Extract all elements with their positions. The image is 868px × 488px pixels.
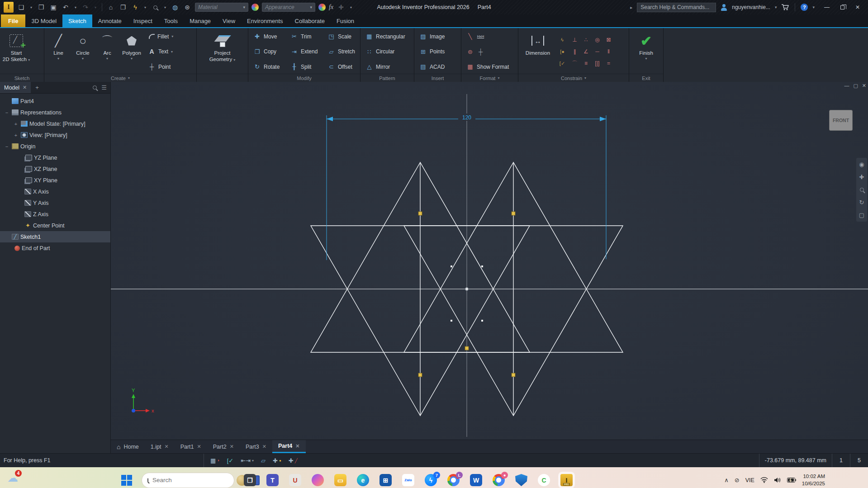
tangent-constraint-button[interactable]: ∠ <box>580 46 592 57</box>
document-tab[interactable]: ⌂ Home <box>111 440 145 453</box>
browser-menu-icon[interactable]: ☰ <box>101 84 107 91</box>
navigation-wheel-icon[interactable]: ◉ <box>859 161 864 168</box>
close-icon[interactable]: ✕ <box>262 444 266 450</box>
dimension-value[interactable]: 120 <box>462 114 471 121</box>
stretch-button[interactable]: ▱ Stretch <box>325 46 357 57</box>
weather-widget[interactable]: ☁ 4 <box>7 472 18 484</box>
panel-label-create[interactable]: Create▾ <box>44 74 196 82</box>
point-button[interactable]: ┼ Point <box>146 61 191 72</box>
tree-item[interactable]: XZ Plane <box>0 163 110 175</box>
coincident-constraint-button[interactable]: ∴ <box>580 34 592 46</box>
tree-item[interactable]: + View: [Primary] <box>0 129 110 141</box>
mirror-button[interactable]: △ Mirror <box>363 61 410 72</box>
home-button[interactable]: ⌂ <box>106 3 115 12</box>
show-constraints-button[interactable]: [✓ <box>556 57 568 69</box>
ribbon-tab[interactable]: Sketch <box>62 14 92 27</box>
image-button[interactable]: ▨ Image <box>417 31 457 42</box>
store-icon[interactable]: ⊞ <box>379 474 392 486</box>
user-dropdown-icon[interactable]: ▾ <box>775 5 777 9</box>
close-button[interactable]: ✕ <box>850 1 865 14</box>
add-button[interactable]: ✚ <box>337 3 346 12</box>
tree-expander[interactable]: − <box>4 144 10 149</box>
material-ball-icon[interactable]: ◍ <box>171 3 180 12</box>
new-drawing-button[interactable]: ❐ <box>119 3 128 12</box>
vertical-constraint-button[interactable]: ‖ <box>603 46 614 57</box>
file-explorer-icon[interactable]: ▭ <box>334 474 346 486</box>
offset-button[interactable]: ⊂ Offset <box>325 61 357 72</box>
ribbon-tab[interactable]: Annotate <box>92 14 128 27</box>
view-cube[interactable]: FRONT <box>829 110 853 131</box>
document-tab[interactable]: Part4 ✕ <box>272 440 306 453</box>
new-file-dropdown[interactable]: ▾ <box>29 3 33 12</box>
qat-customize-dropdown[interactable]: ▾ <box>349 3 353 12</box>
document-tab[interactable]: Part1 ✕ <box>175 440 207 453</box>
copilot-icon[interactable] <box>312 474 324 486</box>
ribbon-tab[interactable]: View <box>217 14 241 27</box>
tree-item[interactable]: ╱ Sketch1 <box>0 231 110 242</box>
ribbon-tab[interactable]: Tools <box>158 14 184 27</box>
taskbar-search-input[interactable] <box>152 477 232 483</box>
equal-constraint-button[interactable]: = <box>603 57 614 69</box>
open-file-button[interactable]: ❒ <box>37 3 46 12</box>
ilogic-lightning-button[interactable]: ϟ <box>131 3 140 12</box>
panel-label-format[interactable]: Format▾ <box>461 74 518 82</box>
collinear-constraint-button[interactable]: ≡ <box>580 57 592 69</box>
scale-button[interactable]: ◳ Scale <box>325 31 357 42</box>
constraint-settings-button[interactable]: [● <box>556 46 568 57</box>
tray-expand-icon[interactable]: ∧ <box>724 477 729 483</box>
measure-dropdown[interactable]: ▾ <box>163 3 167 12</box>
dimension-display-icon[interactable]: ⇤⇥▾ <box>241 457 254 464</box>
chevron-down-icon[interactable]: ▾ <box>106 57 108 61</box>
look-at-icon[interactable]: ▢ <box>859 212 864 218</box>
word-icon[interactable]: W <box>470 474 482 486</box>
polygon-button[interactable]: Polygon ▾ <box>119 30 144 73</box>
close-icon[interactable]: ✕ <box>197 444 201 450</box>
appearance-select[interactable]: Appearance ▾ <box>262 3 315 12</box>
close-icon[interactable]: ✕ <box>295 443 299 449</box>
center-point-format-icon[interactable]: ┼ <box>477 48 484 55</box>
document-tab[interactable]: Part3 ✕ <box>240 440 272 453</box>
perpendicular-constraint-button[interactable]: ⊥ <box>569 34 580 46</box>
search-flyout-icon[interactable]: ▸ <box>630 5 632 10</box>
help-dropdown-icon[interactable]: ▾ <box>812 5 815 9</box>
new-file-button[interactable]: ❏ <box>17 3 26 12</box>
precise-input-icon[interactable]: ✚╱ <box>289 457 298 464</box>
tree-item[interactable]: + Model State: [Primary] <box>0 118 110 129</box>
doc-close-button[interactable]: ✕ <box>862 83 866 89</box>
concentric-constraint-button[interactable]: ◎ <box>592 34 603 46</box>
dimension-120[interactable]: 120 <box>327 114 606 260</box>
widgets-icon[interactable]: ❐ <box>244 474 256 486</box>
close-icon[interactable]: ✕ <box>23 85 27 90</box>
tree-item[interactable]: X Axis <box>0 186 110 197</box>
fillet-button[interactable]: Fillet ▾ <box>146 31 191 42</box>
close-icon[interactable]: ✕ <box>230 444 234 450</box>
teams-icon[interactable]: T <box>266 474 279 486</box>
tree-expander[interactable]: + <box>13 133 19 138</box>
minimize-button[interactable]: — <box>819 1 835 14</box>
tree-item[interactable]: XY Plane <box>0 175 110 186</box>
tree-item[interactable]: Part4 <box>0 95 110 107</box>
tree-item[interactable]: Z Axis <box>0 208 110 220</box>
undo-button[interactable]: ↶ <box>61 3 70 12</box>
taskbar-search[interactable] <box>142 473 234 488</box>
trim-button[interactable]: ✂ Trim <box>288 31 323 42</box>
symmetric-constraint-button[interactable]: [|] <box>592 57 603 69</box>
clock[interactable]: 10:02 AM 10/6/2025 <box>802 473 825 487</box>
coccoc-icon[interactable]: C <box>538 474 550 486</box>
tree-item[interactable]: Y Axis <box>0 197 110 208</box>
panel-label-constrain[interactable]: Constrain▾ <box>518 74 629 82</box>
sketch-only-icon[interactable]: ╲ <box>466 33 474 40</box>
circle-button[interactable]: ○ Circle ▾ <box>71 30 95 73</box>
constraint-inference-icon[interactable]: [✓ <box>227 457 234 464</box>
extend-button[interactable]: ⇥ Extend <box>288 46 323 57</box>
pan-icon[interactable]: ✚ <box>859 174 864 180</box>
tree-expander[interactable]: − <box>4 110 10 115</box>
rotate-button[interactable]: ↻ Rotate <box>251 61 285 72</box>
ribbon-tab[interactable]: File <box>1 14 25 27</box>
parameters-fx-button[interactable]: fx <box>329 4 333 11</box>
battery-icon[interactable] <box>787 478 796 483</box>
help-icon[interactable]: ? <box>801 4 808 11</box>
add-browser-tab-button[interactable]: + <box>31 84 43 91</box>
finish-sketch-button[interactable]: ✔ Finish ▾ <box>632 30 661 73</box>
driven-dimension-icon[interactable]: HxH <box>477 34 484 38</box>
